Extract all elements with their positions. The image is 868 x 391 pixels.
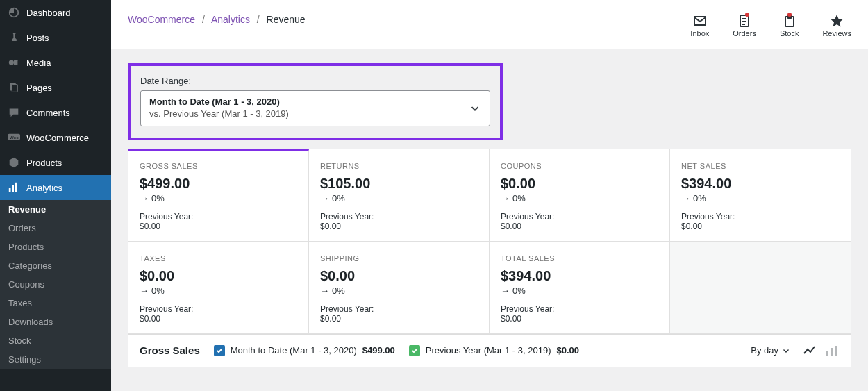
checkbox-icon xyxy=(409,345,420,356)
svg-rect-6 xyxy=(9,188,11,192)
top-icons: Inbox Orders Stock Reviews xyxy=(690,14,851,38)
metric-value: $394.00 xyxy=(681,176,840,192)
metric-coupons[interactable]: COUPONS $0.00 →0% Previous Year: $0.00 xyxy=(490,149,670,242)
sidebar-sub-stock[interactable]: Stock xyxy=(0,331,111,350)
sidebar-sub-revenue[interactable]: Revenue xyxy=(0,200,111,219)
sidebar-item-pages[interactable]: Pages xyxy=(0,75,111,100)
top-icon-inbox[interactable]: Inbox xyxy=(690,14,709,38)
arrow-right-icon: → xyxy=(501,285,510,296)
bar-chart-toggle[interactable] xyxy=(824,343,840,358)
svg-rect-7 xyxy=(12,185,14,192)
sidebar-item-analytics[interactable]: Analytics xyxy=(0,175,111,200)
main-content: WooCommerce / Analytics / Revenue Inbox … xyxy=(111,0,868,391)
metric-prev-label: Previous Year: xyxy=(140,304,297,314)
top-icon-label: Reviews xyxy=(822,29,851,38)
metric-returns[interactable]: RETURNS $105.00 →0% Previous Year: $0.00 xyxy=(309,149,490,242)
metric-change: →0% xyxy=(320,193,478,203)
metric-value: $0.00 xyxy=(140,268,297,284)
metric-shipping[interactable]: SHIPPING $0.00 →0% Previous Year: $0.00 xyxy=(309,242,490,334)
metric-change: →0% xyxy=(501,193,658,203)
metric-prev-value: $0.00 xyxy=(140,314,297,324)
orders-icon xyxy=(737,14,751,28)
sidebar-sub-coupons[interactable]: Coupons xyxy=(0,275,111,294)
sidebar-item-comments[interactable]: Comments xyxy=(0,100,111,125)
interval-selector[interactable]: By day xyxy=(751,345,791,356)
date-range-highlight: Date Range: Month to Date (Mar 1 - 3, 20… xyxy=(128,63,503,140)
metric-value: $105.00 xyxy=(320,176,478,192)
pages-icon xyxy=(7,81,21,94)
legend-label: Previous Year (Mar 1 - 3, 2019) xyxy=(426,345,551,356)
metric-prev-value: $0.00 xyxy=(681,222,840,231)
inbox-icon xyxy=(693,14,707,28)
chart-legend-current[interactable]: Month to Date (Mar 1 - 3, 2020) $499.00 xyxy=(214,345,395,356)
metric-empty xyxy=(670,242,851,334)
sidebar-sub-taxes[interactable]: Taxes xyxy=(0,294,111,313)
star-icon xyxy=(830,14,844,28)
pin-icon xyxy=(7,31,21,44)
sidebar-sub-downloads[interactable]: Downloads xyxy=(0,313,111,331)
product-icon xyxy=(7,156,21,169)
admin-sidebar: Dashboard Posts Media Pages Comments Woo… xyxy=(0,0,111,391)
top-icon-label: Stock xyxy=(780,29,799,38)
top-icon-label: Inbox xyxy=(690,29,709,38)
metric-total-sales[interactable]: TOTAL SALES $394.00 →0% Previous Year: $… xyxy=(490,242,670,334)
sidebar-item-woocommerce[interactable]: Woo WooCommerce xyxy=(0,125,111,150)
sidebar-item-products[interactable]: Products xyxy=(0,150,111,175)
metric-title: TAXES xyxy=(140,254,297,263)
sidebar-sub-products[interactable]: Products xyxy=(0,238,111,256)
metric-prev-value: $0.00 xyxy=(501,222,658,231)
sidebar-item-label: Dashboard xyxy=(26,8,71,18)
svg-text:Woo: Woo xyxy=(10,135,19,140)
metric-change: →0% xyxy=(140,285,297,296)
arrow-right-icon: → xyxy=(681,193,690,203)
svg-rect-12 xyxy=(826,351,828,356)
dashboard-icon xyxy=(7,6,21,19)
date-range-label: Date Range: xyxy=(140,76,490,86)
metric-prev-label: Previous Year: xyxy=(320,304,478,314)
sidebar-item-posts[interactable]: Posts xyxy=(0,25,111,50)
chart-legend-previous[interactable]: Previous Year (Mar 1 - 3, 2019) $0.00 xyxy=(409,345,579,356)
date-range-selector[interactable]: Month to Date (Mar 1 - 3, 2020) vs. Prev… xyxy=(140,90,490,126)
metric-value: $0.00 xyxy=(320,268,478,284)
metric-change: →0% xyxy=(501,285,658,296)
chart-view-toggle xyxy=(802,343,840,358)
metric-prev-label: Previous Year: xyxy=(140,212,297,222)
sidebar-item-media[interactable]: Media xyxy=(0,50,111,75)
sidebar-sub-orders[interactable]: Orders xyxy=(0,219,111,238)
metric-title: RETURNS xyxy=(320,162,478,170)
metric-title: TOTAL SALES xyxy=(501,254,658,263)
sidebar-item-label: Posts xyxy=(26,33,49,43)
sidebar-item-label: Comments xyxy=(26,108,70,118)
legend-value: $499.00 xyxy=(362,345,395,356)
metric-title: SHIPPING xyxy=(320,254,478,263)
metric-prev-label: Previous Year: xyxy=(501,304,658,314)
svg-rect-8 xyxy=(15,183,17,192)
metric-value: $394.00 xyxy=(501,268,658,284)
arrow-right-icon: → xyxy=(140,285,149,296)
media-icon xyxy=(7,56,21,69)
analytics-icon xyxy=(7,181,21,194)
comment-icon xyxy=(7,106,21,119)
metric-value: $0.00 xyxy=(501,176,658,192)
metric-change: →0% xyxy=(681,193,840,203)
svg-rect-3 xyxy=(12,85,17,92)
top-icon-orders[interactable]: Orders xyxy=(733,14,756,38)
top-icon-stock[interactable]: Stock xyxy=(780,14,799,38)
breadcrumb-woocommerce[interactable]: WooCommerce xyxy=(128,14,195,25)
legend-label: Month to Date (Mar 1 - 3, 2020) xyxy=(231,345,357,356)
line-chart-toggle[interactable] xyxy=(802,343,817,358)
metric-gross-sales[interactable]: GROSS SALES $499.00 →0% Previous Year: $… xyxy=(128,149,309,242)
metric-net-sales[interactable]: NET SALES $394.00 →0% Previous Year: $0.… xyxy=(670,149,851,242)
breadcrumb-analytics[interactable]: Analytics xyxy=(211,14,250,25)
metric-title: COUPONS xyxy=(501,162,658,170)
sidebar-sub-settings[interactable]: Settings xyxy=(0,350,111,369)
metric-taxes[interactable]: TAXES $0.00 →0% Previous Year: $0.00 xyxy=(128,242,309,334)
svg-point-0 xyxy=(9,60,14,65)
breadcrumb: WooCommerce / Analytics / Revenue xyxy=(128,14,306,25)
metric-change: →0% xyxy=(320,285,478,296)
top-icon-reviews[interactable]: Reviews xyxy=(822,14,851,38)
metric-prev-label: Previous Year: xyxy=(320,212,478,222)
sidebar-sub-categories[interactable]: Categories xyxy=(0,256,111,275)
metric-prev-value: $0.00 xyxy=(140,222,297,231)
sidebar-item-dashboard[interactable]: Dashboard xyxy=(0,0,111,25)
